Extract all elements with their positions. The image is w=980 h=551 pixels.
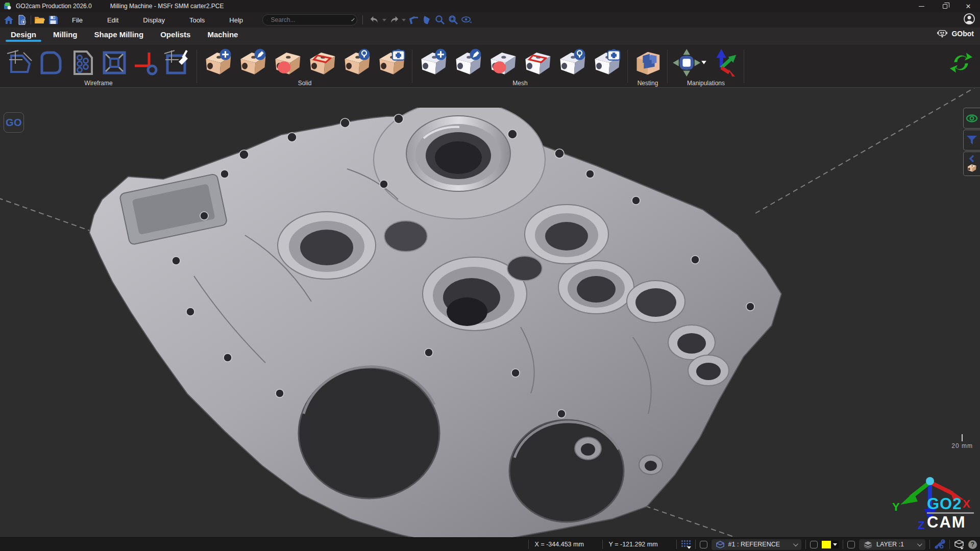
restore-button[interactable] (933, 0, 957, 12)
menu-display[interactable]: Display (131, 12, 177, 28)
reference-dropdown[interactable]: #1 : REFERENCE (712, 539, 801, 550)
menu-tools[interactable]: Tools (177, 12, 217, 28)
color-dropdown[interactable] (831, 541, 839, 548)
fillet-corner-button[interactable] (132, 48, 160, 77)
wrench-palette-icon (934, 539, 945, 549)
home-icon (4, 15, 14, 25)
solid-analyze-button[interactable] (341, 48, 373, 78)
menu-items: File Edit Display Tools Help (60, 12, 255, 28)
tab-opelists[interactable]: Opelists (154, 28, 197, 44)
help-button[interactable]: ? (968, 540, 977, 549)
search-icon (267, 17, 267, 23)
solid-panel-toggle-button[interactable] (963, 152, 980, 176)
grid-snap-button[interactable] (681, 540, 691, 549)
solid-pocket-button[interactable] (306, 48, 338, 78)
move-transform-icon (673, 48, 706, 78)
scale-label: 20 mm (951, 442, 973, 449)
save-icon (48, 15, 58, 25)
save-button[interactable] (46, 14, 60, 26)
tab-design[interactable]: Design (5, 28, 42, 44)
zoom-button[interactable] (433, 14, 447, 26)
redo-dropdown-icon[interactable] (402, 19, 406, 21)
layer-dropdown[interactable]: LAYER :1 (859, 539, 925, 550)
color-picker[interactable] (822, 541, 839, 548)
ribbon-group-manipulations: Manipulations (668, 44, 744, 88)
contour-button[interactable] (37, 48, 65, 77)
move-transform-button[interactable] (673, 48, 706, 78)
solid-create-button[interactable] (202, 48, 234, 78)
home-button[interactable] (2, 14, 15, 26)
frame-button[interactable] (100, 48, 129, 77)
title-bar[interactable]: GO2cam Production 2026.0 Milling Machine… (0, 0, 980, 12)
coordinate-y: Y = -121.292 mm (607, 541, 672, 548)
app-title: GO2cam Production 2026.0 (16, 3, 92, 10)
new-document-button[interactable] (15, 14, 29, 26)
undo-dropdown-icon[interactable] (382, 19, 386, 21)
undo-button[interactable] (368, 14, 381, 26)
solid-edit-button[interactable] (237, 48, 268, 78)
point-geometry-button[interactable] (5, 48, 34, 77)
mesh-analyze-button[interactable] (556, 48, 588, 78)
divider (805, 540, 806, 549)
viewport-3d[interactable]: GO 20 mm (0, 88, 980, 537)
layers-icon (864, 541, 872, 548)
gobot-label: GObot (951, 30, 974, 38)
redo-button[interactable] (387, 14, 401, 26)
menu-help[interactable]: Help (217, 12, 255, 28)
reference-cube-icon (716, 541, 724, 548)
close-button[interactable]: ✕ (957, 0, 980, 12)
mesh-repair-button[interactable] (591, 48, 623, 78)
account-button[interactable] (964, 13, 975, 27)
menu-bar: File Edit Display Tools Help (0, 12, 980, 28)
solid-face-button[interactable] (272, 48, 303, 78)
current-color-swatch (822, 541, 831, 548)
regenerate-button[interactable] (947, 49, 975, 79)
settings-tools-button[interactable] (934, 539, 945, 549)
mesh-edit-button[interactable] (452, 48, 484, 78)
point-cloud-document-button[interactable] (68, 48, 97, 77)
tab-shape-milling[interactable]: Shape Milling (88, 28, 150, 44)
nesting-icon (633, 48, 663, 78)
tab-milling[interactable]: Milling (47, 28, 84, 44)
robot-icon (937, 29, 948, 39)
color-checkbox[interactable] (810, 541, 818, 548)
mesh-face-icon (487, 48, 519, 78)
divider (602, 540, 603, 549)
search-box[interactable] (262, 14, 357, 26)
minimize-button[interactable] (910, 0, 933, 12)
3d-model-carter[interactable] (71, 108, 786, 537)
mesh-pocket-button[interactable] (522, 48, 553, 78)
gobot-launcher-button[interactable]: GO (4, 112, 24, 133)
mesh-face-button[interactable] (487, 48, 519, 78)
search-input[interactable] (271, 16, 350, 23)
divider (843, 540, 843, 549)
divider (676, 540, 677, 549)
zoom-window-button[interactable] (447, 14, 460, 26)
solid-face-icon (272, 48, 303, 78)
measure-button[interactable] (407, 14, 420, 26)
search-dropdown-icon[interactable] (352, 18, 355, 21)
scale-indicator: 20 mm (951, 434, 973, 449)
gobot-button[interactable]: GObot (937, 29, 974, 39)
solid-create-icon (202, 48, 234, 78)
view-cube-button[interactable] (954, 540, 964, 549)
open-file-button[interactable] (33, 14, 46, 26)
view-refresh-button[interactable] (460, 14, 473, 26)
clean-geometry-button[interactable] (163, 48, 192, 77)
layer-checkbox[interactable] (847, 541, 855, 548)
grid-icon (681, 540, 691, 549)
mesh-create-button[interactable] (418, 48, 449, 78)
solid-repair-button[interactable] (376, 48, 407, 78)
chevron-down-icon (917, 541, 922, 546)
reference-checkbox[interactable] (700, 541, 707, 548)
filter-button[interactable] (963, 130, 980, 151)
eraser-button[interactable] (420, 14, 433, 26)
coordinate-x: X = -344.453 mm (533, 541, 598, 548)
nesting-button[interactable] (633, 48, 663, 78)
undo-icon (369, 15, 380, 25)
axis-system-button[interactable] (709, 48, 739, 78)
visibility-button[interactable] (963, 108, 980, 129)
menu-file[interactable]: File (60, 12, 95, 28)
tab-machine[interactable]: Machine (201, 28, 244, 44)
menu-edit[interactable]: Edit (95, 12, 131, 28)
